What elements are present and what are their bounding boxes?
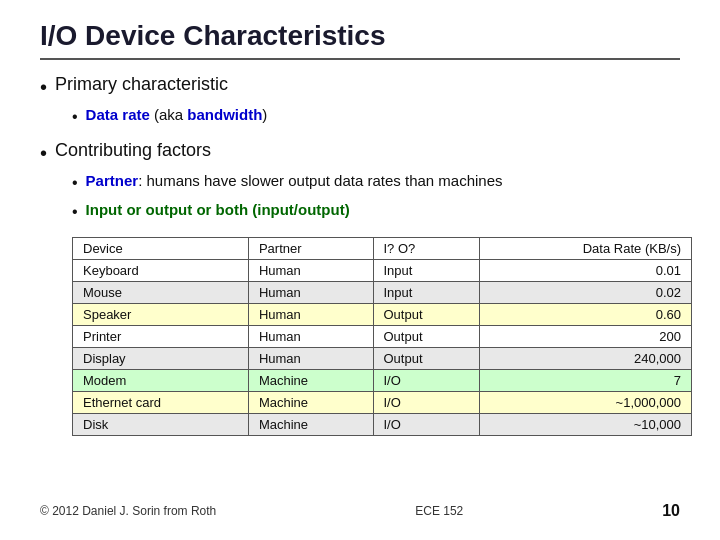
bullet-dot-partner: •: [72, 172, 78, 194]
cell-partner-3: Human: [248, 326, 373, 348]
cell-device-7: Disk: [73, 414, 249, 436]
bullet-dot-datarate: •: [72, 106, 78, 128]
page-number: 10: [662, 502, 680, 520]
table-row: DiskMachineI/O~10,000: [73, 414, 692, 436]
cell-io-3: Output: [373, 326, 480, 348]
slide: I/O Device Characteristics • Primary cha…: [0, 0, 720, 540]
bandwidth-label: bandwidth: [187, 106, 262, 123]
cell-partner-6: Machine: [248, 392, 373, 414]
data-rate-label: Data rate: [86, 106, 150, 123]
cell-rate-3: 200: [480, 326, 692, 348]
col-header-partner: Partner: [248, 238, 373, 260]
cell-partner-2: Human: [248, 304, 373, 326]
device-table-container: Device Partner I? O? Data Rate (KB/s) Ke…: [72, 237, 680, 436]
cell-rate-0: 0.01: [480, 260, 692, 282]
cell-io-1: Input: [373, 282, 480, 304]
bullet-io: • Input or output or both (input/output): [72, 201, 680, 223]
data-rate-aka: (aka: [150, 106, 188, 123]
contributing-label: Contributing factors: [55, 140, 211, 161]
cell-device-5: Modem: [73, 370, 249, 392]
data-rate-text: Data rate (aka bandwidth): [86, 106, 268, 123]
cell-partner-5: Machine: [248, 370, 373, 392]
cell-device-3: Printer: [73, 326, 249, 348]
table-row: Ethernet cardMachineI/O~1,000,000: [73, 392, 692, 414]
cell-partner-0: Human: [248, 260, 373, 282]
footer-credit: © 2012 Daniel J. Sorin from Roth: [40, 504, 216, 518]
data-rate-end: ): [262, 106, 267, 123]
bullet-dot-io: •: [72, 201, 78, 223]
cell-io-0: Input: [373, 260, 480, 282]
cell-io-7: I/O: [373, 414, 480, 436]
cell-partner-7: Machine: [248, 414, 373, 436]
cell-io-5: I/O: [373, 370, 480, 392]
bullet-dot-primary: •: [40, 74, 47, 100]
slide-title: I/O Device Characteristics: [40, 20, 680, 60]
table-row: DisplayHumanOutput240,000: [73, 348, 692, 370]
cell-rate-1: 0.02: [480, 282, 692, 304]
col-header-io: I? O?: [373, 238, 480, 260]
table-row: SpeakerHumanOutput0.60: [73, 304, 692, 326]
device-table: Device Partner I? O? Data Rate (KB/s) Ke…: [72, 237, 692, 436]
bullet-contributing: • Contributing factors: [40, 140, 680, 166]
table-row: KeyboardHumanInput0.01: [73, 260, 692, 282]
partner-rest: : humans have slower output data rates t…: [138, 172, 502, 189]
cell-device-1: Mouse: [73, 282, 249, 304]
partner-label: Partner: [86, 172, 139, 189]
cell-device-2: Speaker: [73, 304, 249, 326]
cell-io-6: I/O: [373, 392, 480, 414]
table-row: PrinterHumanOutput200: [73, 326, 692, 348]
cell-io-4: Output: [373, 348, 480, 370]
table-row: MouseHumanInput0.02: [73, 282, 692, 304]
cell-rate-7: ~10,000: [480, 414, 692, 436]
io-label: Input or output or both (input/output): [86, 201, 350, 218]
bullet-data-rate: • Data rate (aka bandwidth): [72, 106, 680, 128]
partner-text: Partner: humans have slower output data …: [86, 172, 503, 189]
footer-course: ECE 152: [415, 504, 463, 518]
cell-rate-5: 7: [480, 370, 692, 392]
bullet-primary: • Primary characteristic: [40, 74, 680, 100]
col-header-device: Device: [73, 238, 249, 260]
bullet-dot-contributing: •: [40, 140, 47, 166]
cell-partner-1: Human: [248, 282, 373, 304]
primary-label: Primary characteristic: [55, 74, 228, 95]
table-row: ModemMachineI/O7: [73, 370, 692, 392]
cell-device-4: Display: [73, 348, 249, 370]
table-header-row: Device Partner I? O? Data Rate (KB/s): [73, 238, 692, 260]
cell-device-6: Ethernet card: [73, 392, 249, 414]
cell-io-2: Output: [373, 304, 480, 326]
bullet-partner: • Partner: humans have slower output dat…: [72, 172, 680, 194]
footer: © 2012 Daniel J. Sorin from Roth ECE 152…: [40, 494, 680, 520]
content-area: • Primary characteristic • Data rate (ak…: [40, 74, 680, 494]
cell-rate-6: ~1,000,000: [480, 392, 692, 414]
cell-rate-4: 240,000: [480, 348, 692, 370]
col-header-rate: Data Rate (KB/s): [480, 238, 692, 260]
cell-device-0: Keyboard: [73, 260, 249, 282]
cell-rate-2: 0.60: [480, 304, 692, 326]
cell-partner-4: Human: [248, 348, 373, 370]
